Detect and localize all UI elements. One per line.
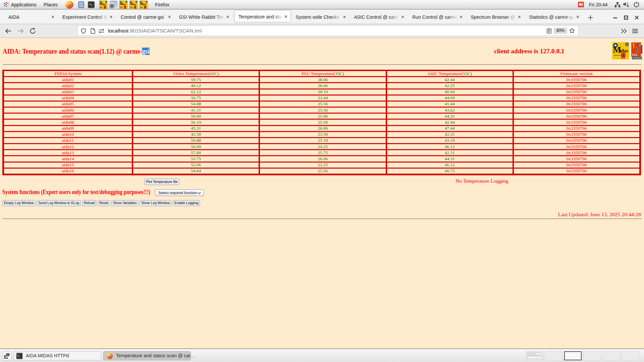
svg-text:powered by: powered by — [614, 54, 622, 56]
svg-text:idas: idas — [123, 3, 126, 5]
svg-text:POWERED: POWERED — [633, 57, 642, 59]
svg-text:idas: idas — [133, 3, 137, 5]
svg-text:idas: idas — [620, 48, 628, 53]
svg-text:TCL: TCL — [632, 53, 638, 57]
svg-text:idas: idas — [143, 3, 147, 5]
svg-text:TCL/TK: TCL/TK — [622, 57, 626, 59]
svg-text:idas: idas — [103, 3, 106, 5]
